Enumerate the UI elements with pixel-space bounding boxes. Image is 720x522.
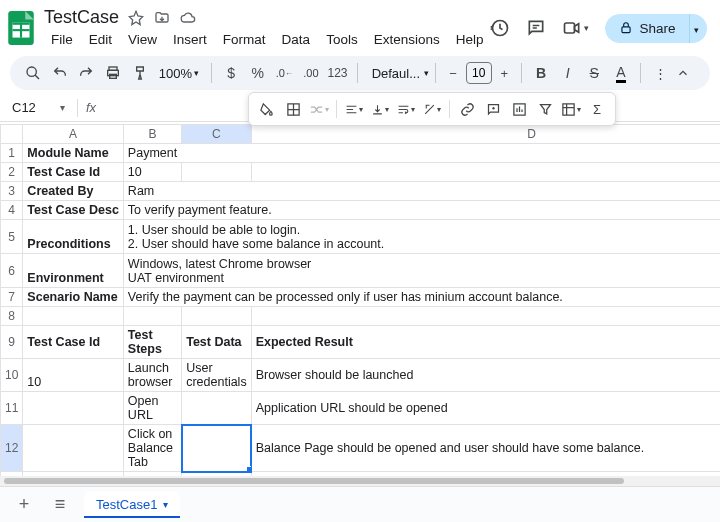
menu-tools[interactable]: Tools <box>319 30 365 49</box>
cell[interactable]: Created By <box>23 182 124 201</box>
menu-extensions[interactable]: Extensions <box>367 30 447 49</box>
cell[interactable]: 1. User should be able to login. 2. User… <box>123 220 720 254</box>
cell[interactable]: Browser should be launched <box>251 359 720 392</box>
row-header[interactable]: 9 <box>1 326 23 359</box>
cell[interactable]: Environment <box>23 254 124 288</box>
menu-format[interactable]: Format <box>216 30 273 49</box>
cell[interactable] <box>182 392 251 425</box>
sheet-tab[interactable]: TestCase1 ▾ <box>84 491 180 518</box>
name-box[interactable]: C12 <box>8 100 60 115</box>
rotate-icon[interactable]: ▾ <box>420 97 444 121</box>
halign-icon[interactable]: ▾ <box>342 97 366 121</box>
row-header[interactable]: 2 <box>1 163 23 182</box>
menu-view[interactable]: View <box>121 30 164 49</box>
col-header-D[interactable]: D <box>251 125 720 144</box>
font-size-minus[interactable]: − <box>444 66 461 81</box>
more-formats-icon[interactable]: 123 <box>326 60 349 86</box>
row-header[interactable]: 1 <box>1 144 23 163</box>
table-view-icon[interactable]: ▾ <box>559 97 583 121</box>
text-color-icon[interactable]: A <box>610 60 633 86</box>
select-all-corner[interactable] <box>1 125 23 144</box>
sheet-tab-dropdown-icon[interactable]: ▾ <box>163 499 168 510</box>
cell[interactable]: Scenario Name <box>23 288 124 307</box>
collapse-toolbar-icon[interactable] <box>676 66 699 80</box>
undo-icon[interactable] <box>49 60 72 86</box>
merge-icon[interactable]: ▾ <box>307 97 331 121</box>
spreadsheet-grid[interactable]: A B C D E F G 1Module NamePayment 2Test … <box>0 124 720 522</box>
all-sheets-icon[interactable]: ≡ <box>48 494 72 515</box>
cloud-icon[interactable] <box>179 9 197 27</box>
row-header[interactable]: 8 <box>1 307 23 326</box>
horizontal-scrollbar[interactable] <box>0 476 720 486</box>
cell[interactable]: To verify payment feature. <box>123 201 720 220</box>
valign-icon[interactable]: ▾ <box>368 97 392 121</box>
cell[interactable] <box>251 307 720 326</box>
share-button[interactable]: Share <box>605 14 689 43</box>
menu-help[interactable]: Help <box>449 30 491 49</box>
sheets-logo[interactable] <box>8 9 34 47</box>
italic-icon[interactable]: I <box>556 60 579 86</box>
row-header[interactable]: 10 <box>1 359 23 392</box>
cell[interactable]: Module Name <box>23 144 124 163</box>
toolbar-more-icon[interactable]: ⋮ <box>649 60 672 86</box>
currency-icon[interactable]: $ <box>220 60 243 86</box>
cell[interactable]: Test Case Id <box>23 326 124 359</box>
row-header[interactable]: 5 <box>1 220 23 254</box>
cell[interactable] <box>123 307 181 326</box>
row-header[interactable]: 7 <box>1 288 23 307</box>
history-icon[interactable] <box>490 18 510 38</box>
increase-decimal-icon[interactable]: .00 <box>300 60 323 86</box>
cell[interactable]: Balance Page should be opened and user s… <box>251 425 720 472</box>
name-box-dropdown-icon[interactable]: ▾ <box>60 102 65 113</box>
cell[interactable]: Click on Balance Tab <box>123 425 181 472</box>
menu-edit[interactable]: Edit <box>82 30 119 49</box>
cell[interactable]: User credentials <box>182 359 251 392</box>
comment-icon[interactable] <box>526 18 546 38</box>
search-icon[interactable] <box>22 60 45 86</box>
cell[interactable]: Windows, latest Chrome browser UAT envir… <box>123 254 720 288</box>
decrease-decimal-icon[interactable]: .0← <box>273 60 296 86</box>
menu-file[interactable]: File <box>44 30 80 49</box>
cell[interactable]: Open URL <box>123 392 181 425</box>
cell[interactable]: Expected Result <box>251 326 720 359</box>
menu-insert[interactable]: Insert <box>166 30 214 49</box>
insert-chart-icon[interactable] <box>507 97 531 121</box>
col-header-A[interactable]: A <box>23 125 124 144</box>
star-icon[interactable] <box>127 9 145 27</box>
cell[interactable]: Test Case Desc <box>23 201 124 220</box>
meet-icon[interactable]: ▾ <box>562 18 589 38</box>
cell[interactable]: Test Steps <box>123 326 181 359</box>
row-header[interactable]: 6 <box>1 254 23 288</box>
borders-icon[interactable] <box>281 97 305 121</box>
cell[interactable]: Ram <box>123 182 720 201</box>
cell[interactable]: 10 <box>23 359 124 392</box>
cell[interactable]: Preconditions <box>23 220 124 254</box>
zoom-select[interactable]: 100% ▾ <box>155 64 203 83</box>
cell[interactable]: Test Case Id <box>23 163 124 182</box>
col-header-B[interactable]: B <box>123 125 181 144</box>
menu-data[interactable]: Data <box>275 30 318 49</box>
cell[interactable] <box>23 425 124 472</box>
redo-icon[interactable] <box>75 60 98 86</box>
cell[interactable]: Application URL should be opened <box>251 392 720 425</box>
font-family-select[interactable]: Defaul...▾ <box>366 66 428 81</box>
print-icon[interactable] <box>102 60 125 86</box>
move-icon[interactable] <box>153 9 171 27</box>
paint-format-icon[interactable] <box>128 60 151 86</box>
cell[interactable] <box>23 392 124 425</box>
row-header[interactable]: 3 <box>1 182 23 201</box>
cell[interactable]: Verify the payment can be processed only… <box>123 288 720 307</box>
link-icon[interactable] <box>455 97 479 121</box>
row-header[interactable]: 4 <box>1 201 23 220</box>
row-header[interactable]: 12 <box>1 425 23 472</box>
cell[interactable] <box>251 163 720 182</box>
filter-icon[interactable] <box>533 97 557 121</box>
strike-icon[interactable]: S <box>583 60 606 86</box>
cell[interactable] <box>182 307 251 326</box>
share-dropdown[interactable]: ▾ <box>689 14 707 43</box>
font-size-input[interactable] <box>467 66 491 80</box>
cell-selected[interactable] <box>182 425 251 472</box>
cell[interactable]: 10 <box>123 163 181 182</box>
cell[interactable]: Test Data <box>182 326 251 359</box>
wrap-icon[interactable]: ▾ <box>394 97 418 121</box>
